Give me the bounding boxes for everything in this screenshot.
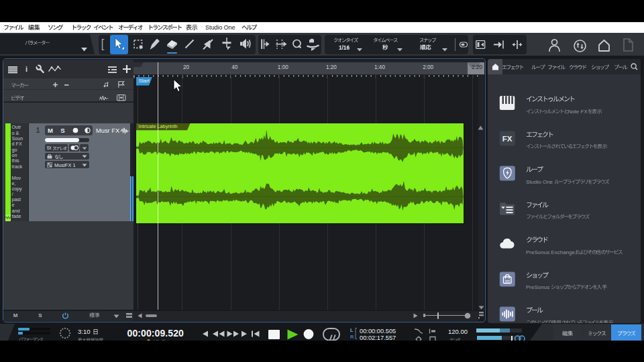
svg-text:FX: FX	[502, 134, 512, 142]
